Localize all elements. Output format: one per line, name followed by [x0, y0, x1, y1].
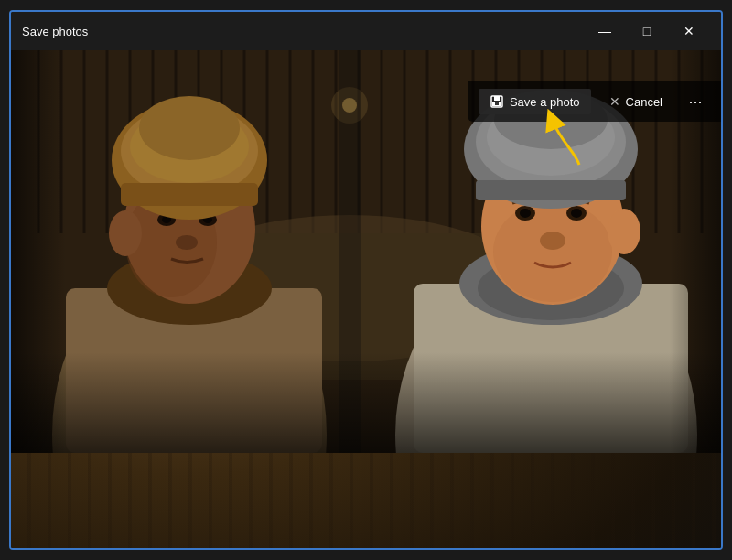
svg-rect-51 [121, 183, 258, 206]
svg-point-59 [493, 201, 612, 302]
main-window: Save photos — □ ✕ [9, 10, 723, 550]
cancel-x-icon: ✕ [609, 94, 620, 109]
svg-point-64 [540, 232, 565, 250]
svg-point-46 [176, 235, 198, 250]
svg-point-47 [109, 210, 142, 256]
save-photo-icon [490, 94, 504, 109]
toolbar: Save a photo ✕ Cancel ··· [468, 81, 721, 122]
close-button[interactable]: ✕ [668, 17, 710, 45]
title-bar-controls: — □ ✕ [584, 17, 710, 45]
svg-point-52 [139, 96, 240, 160]
svg-point-62 [520, 209, 531, 218]
window-title: Save photos [22, 25, 88, 38]
save-photo-button[interactable]: Save a photo [479, 89, 591, 114]
save-photo-label: Save a photo [510, 95, 580, 109]
content-area: Save a photo ✕ Cancel ··· [11, 50, 721, 548]
svg-point-65 [608, 209, 640, 254]
movie-scene: Save a photo ✕ Cancel ··· [11, 50, 721, 548]
svg-rect-78 [495, 102, 499, 105]
title-bar: Save photos — □ ✕ [11, 12, 721, 50]
more-options-button[interactable]: ··· [681, 87, 710, 116]
cancel-button[interactable]: ✕ Cancel [598, 89, 673, 114]
maximize-button[interactable]: □ [626, 17, 668, 45]
svg-rect-69 [476, 180, 626, 200]
cancel-label: Cancel [626, 95, 662, 109]
svg-rect-72 [11, 352, 721, 453]
svg-rect-76 [494, 96, 500, 101]
title-bar-left: Save photos [22, 25, 88, 38]
svg-rect-73 [11, 50, 66, 453]
svg-point-63 [571, 209, 582, 218]
minimize-button[interactable]: — [584, 17, 626, 45]
